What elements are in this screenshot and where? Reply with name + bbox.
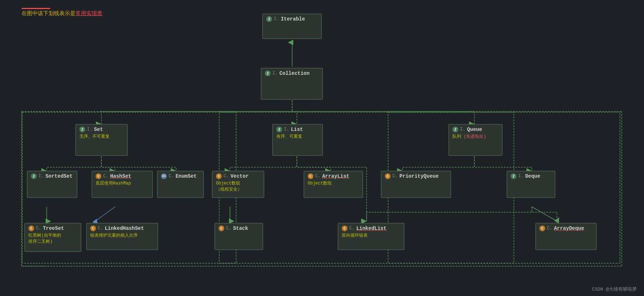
list-linkedlist-line: [297, 156, 367, 167]
arraylist-icon: C: [308, 173, 313, 179]
set-enumset-arrow: [101, 156, 176, 171]
collection-set-arrow: [101, 100, 292, 124]
queue-deque-arrow: [474, 156, 532, 171]
arraydeque-icon: C: [539, 226, 545, 231]
set-icon: I: [79, 127, 85, 132]
deque-arraydeque-arrow: [532, 207, 557, 221]
node-treeset-header: C C. TreeSet: [28, 226, 64, 231]
collection-name: Collection: [279, 70, 309, 76]
annotation-text: 在图中该下划线表示是常用实现类: [22, 10, 102, 17]
linkedlist-name: LinkedList: [356, 226, 386, 231]
collection-queue-arrow: [292, 100, 474, 124]
stack-name: Stack: [233, 226, 248, 231]
node-collection: I I. Collection: [261, 68, 323, 100]
node-vector-header: C C. Vector: [216, 173, 249, 179]
node-arraydeque: C C. ArrayDeque: [535, 223, 597, 250]
node-iterable: I I. Iterable: [262, 14, 322, 39]
set-hashset-arrow: [101, 156, 115, 171]
list-name: List: [291, 127, 303, 132]
queue-priorityqueue-arrow: [402, 156, 474, 171]
set-sortedset-arrow: [47, 156, 101, 171]
annotation-prefix: 在图中该下划线表示是: [22, 11, 75, 17]
list-arraylist-arrow: [297, 156, 331, 171]
sortedset-name: SortedSet: [45, 173, 73, 179]
queue-icon: I: [452, 127, 458, 132]
node-list: I I. List 有序、可重复: [272, 124, 323, 156]
annotation-suffix: 常用实现类: [75, 11, 102, 17]
node-stack-header: C C. Stack: [218, 226, 248, 231]
queue-desc: 队列 (先进先出): [452, 133, 486, 140]
node-set: I I. Set 无序、不可重复: [75, 124, 128, 156]
enumset-name: EnumSet: [175, 173, 197, 179]
node-linkedhashset-header: C C. LinkedHashSet: [90, 226, 144, 231]
node-queue: I I. Queue 队列 (先进先出): [448, 124, 502, 156]
node-arraylist: C C. ArrayList Object数组: [304, 171, 363, 198]
node-treeset: C C. TreeSet 红黑树(自平衡的 排序二叉树): [24, 223, 81, 252]
collection-icon: I: [265, 70, 271, 76]
node-queue-header: I I. Queue: [452, 127, 482, 132]
set-desc: 无序、不可重复: [79, 133, 110, 140]
deque-name: Deque: [525, 173, 540, 179]
collection-list-arrow: [292, 100, 297, 124]
node-iterable-header: I I. Iterable: [266, 16, 305, 22]
list-icon: I: [276, 127, 282, 132]
vector-icon: C: [216, 173, 222, 179]
iterable-icon: I: [266, 16, 272, 22]
node-linkedlist-header: C C. LinkedList: [342, 226, 386, 231]
priorityqueue-name: PriorityQueue: [399, 173, 438, 179]
hashset-linkedhashset-arrow: [95, 207, 115, 221]
stack-icon: C: [218, 226, 224, 231]
node-arraylist-header: C C. ArrayList: [308, 173, 349, 179]
node-collection-header: I I. Collection: [265, 70, 309, 76]
list-vector-arrow: [230, 156, 297, 171]
vector-desc2: （线程安全）: [216, 186, 242, 192]
node-priorityqueue: C C. PriorityQueue: [381, 171, 451, 198]
treeset-name: TreeSet: [43, 226, 64, 231]
linkedlist-icon: C: [342, 226, 348, 231]
node-sortedset-header: I I. SortedSet: [31, 173, 73, 179]
priorityqueue-icon: C: [385, 173, 391, 179]
linkedlist-desc: 双向循环链表: [342, 232, 368, 238]
set-name: Set: [94, 127, 103, 132]
deque-linkedlist-arrow: [367, 207, 532, 221]
arraylist-name: ArrayList: [322, 173, 349, 179]
vector-desc1: Object数组: [216, 180, 240, 186]
node-linkedlist: C C. LinkedList 双向循环链表: [338, 223, 404, 250]
hashset-name: HashSet: [110, 173, 131, 179]
node-vector: C C. Vector Object数组 （线程安全）: [212, 171, 264, 198]
treeset-desc2: 排序二叉树): [28, 238, 52, 245]
iterable-name: Iterable: [281, 16, 305, 22]
queue-name: Queue: [467, 127, 482, 132]
treeset-icon: C: [28, 226, 34, 231]
linkedhashset-desc: 链表维护元素的插入次序: [90, 232, 138, 238]
watermark: CSDN @大雄有哆啦梦: [592, 286, 637, 292]
linkedhashset-icon: C: [90, 226, 96, 231]
node-stack: C C. Stack: [215, 223, 263, 250]
hashset-desc: 底层使用HashMap: [96, 180, 131, 186]
linkedhashset-name: LinkedHashSet: [105, 226, 144, 231]
deque-icon: I: [511, 173, 516, 179]
node-hashset: C C. HashSet 底层使用HashMap: [92, 171, 153, 198]
node-deque-header: I I. Deque: [511, 173, 540, 179]
red-line-decoration: [22, 8, 50, 9]
node-enumset: IC C. EnumSet: [157, 171, 204, 198]
arraydeque-name: ArrayDeque: [554, 226, 584, 231]
node-linkedhashset: C C. LinkedHashSet 链表维护元素的插入次序: [86, 223, 158, 250]
node-enumset-header: IC C. EnumSet: [161, 173, 197, 179]
node-arraydeque-header: C C. ArrayDeque: [539, 226, 584, 231]
deque-arraydeque-dashed: [532, 207, 557, 221]
node-set-header: I I. Set: [79, 127, 103, 132]
sortedset-icon: I: [31, 173, 37, 179]
node-hashset-header: C C. HashSet: [96, 173, 131, 179]
node-priorityqueue-header: C C. PriorityQueue: [385, 173, 439, 179]
vector-name: Vector: [230, 173, 248, 179]
arraylist-desc: Object数组: [308, 180, 332, 186]
node-deque: I I. Deque: [507, 171, 555, 198]
node-list-header: I I. List: [276, 127, 303, 132]
node-sortedset: I I. SortedSet: [27, 171, 77, 198]
hashset-icon: C: [96, 173, 101, 179]
treeset-desc1: 红黑树(自平衡的: [28, 232, 61, 238]
enumset-icon: IC: [161, 173, 167, 179]
list-desc: 有序、可重复: [276, 133, 302, 140]
